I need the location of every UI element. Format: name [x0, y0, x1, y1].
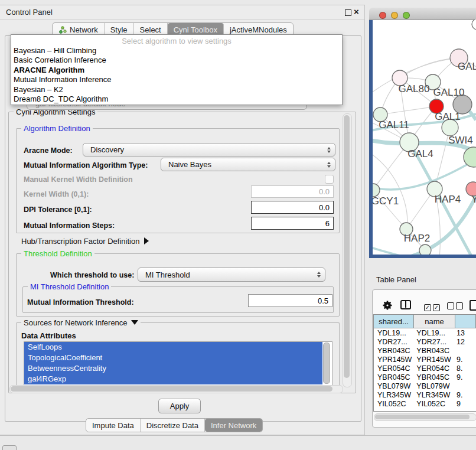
select-all-checkboxes-icon[interactable]: ✓✓ [424, 301, 442, 312]
document-icon[interactable] [470, 300, 476, 311]
algorithm-option[interactable]: Bayesian – Hill Climbing [11, 46, 342, 56]
which-threshold-value: MI Threshold [145, 270, 190, 279]
data-attribute-item[interactable]: gal4RGexp [24, 374, 322, 384]
network-edge [373, 159, 476, 190]
table-row[interactable]: YIL052CYIL052C9 [374, 399, 476, 408]
minimize-traffic-light[interactable] [391, 12, 398, 19]
manual-kernel-label: Manual Kernel Width Definition [24, 175, 133, 184]
kernel-width-label: Kernel Width (0,1): [24, 190, 89, 198]
column-header[interactable] [455, 315, 476, 328]
expand-right-icon [144, 237, 149, 244]
node-table: shared...name YDL19...YDL19...13YDR27...… [373, 314, 476, 412]
network-node-label: Y [471, 194, 476, 205]
table-row[interactable]: YBR043CYBR043C [374, 346, 476, 355]
collapse-down-icon [131, 320, 138, 325]
combo-stepper-icon [327, 162, 331, 168]
network-window-titlebar[interactable] [369, 8, 476, 20]
table-cell: YLR345W [414, 391, 455, 399]
table-cell: 9. [455, 391, 476, 399]
table-cell: YBR045C [414, 373, 455, 381]
control-panel-titlebar[interactable]: Control Panel × [0, 5, 364, 20]
network-node-label: GAL80 [399, 83, 430, 94]
hub-section-toggle[interactable]: Hub/Transcription Factor Definition [21, 237, 149, 246]
network-node-label: GAL11 [379, 119, 409, 131]
table-row[interactable]: YLR345WYLR345W9. [374, 390, 476, 399]
algorithm-option-list: Bayesian – Hill ClimbingBasic Correlatio… [11, 46, 342, 104]
table-row[interactable]: YBR045CYBR045C9. [374, 373, 476, 381]
settings-vertical-scrollbar[interactable] [344, 115, 350, 378]
tab-infer-network[interactable]: Infer Network [205, 419, 262, 432]
collapsed-panel-icon[interactable] [2, 445, 17, 450]
algorithm-option[interactable]: Dream8 DC_TDC Algorithm [11, 94, 342, 104]
mi-steps-field[interactable]: 6 [251, 217, 334, 230]
table-cell: YBL079W [414, 382, 455, 390]
column-header[interactable]: name [414, 315, 455, 328]
aracne-mode-label: Aracne Mode: [24, 146, 73, 155]
table-cell: YIL052C [374, 400, 414, 408]
maximize-icon[interactable] [345, 9, 351, 16]
tab-discretize-data[interactable]: Discretize Data [141, 419, 205, 432]
mi-threshold-title: MI Threshold Definition [28, 282, 111, 291]
table-row[interactable]: YBL079WYBL079W [374, 381, 476, 390]
mi-threshold-field[interactable]: 0.5 [248, 294, 332, 307]
table-row[interactable]: YDR27...YDR27...12 [374, 337, 476, 346]
app-canvas: Control Panel × NetworkStyleSelectCyni T… [0, 0, 476, 450]
column-header[interactable]: shared... [374, 315, 414, 328]
attributes-list-scrollbar[interactable] [323, 343, 330, 384]
tab-impute-data[interactable]: Impute Data [86, 419, 141, 432]
data-attribute-item[interactable]: BetweennessCentrality [24, 363, 322, 374]
algorithm-placeholder: Select algorithm to view settings [11, 36, 342, 46]
algorithm-option[interactable]: ARACNE Algorithm [11, 66, 342, 75]
table-cell: YBL079W [374, 382, 414, 390]
algorithm-option[interactable]: Basic Correlation Inference [11, 56, 342, 65]
table-cell: YDR27... [414, 338, 455, 346]
network-edge [380, 106, 436, 115]
table-horizontal-scrollbar[interactable] [375, 415, 470, 419]
table-row[interactable]: YER054CYER054C8. [374, 364, 476, 373]
data-attribute-item[interactable]: TopologicalCoefficient [24, 353, 322, 363]
algorithm-option[interactable]: Mutual Information Inference [11, 75, 342, 84]
kernel-width-field[interactable]: 0.0 [251, 185, 334, 198]
sources-title-toggle[interactable]: Sources for Network Inference [21, 318, 141, 327]
table-cell: YBR045C [374, 373, 414, 381]
which-threshold-label: Which threshold to use: [50, 271, 134, 279]
network-node[interactable] [472, 19, 476, 30]
table-cell: YPR145W [414, 356, 455, 364]
table-row[interactable]: YPR145WYPR145W9. [374, 355, 476, 364]
combo-stepper-icon [317, 272, 321, 278]
which-threshold-combobox[interactable]: MI Threshold [138, 268, 325, 282]
close-traffic-light[interactable] [379, 12, 386, 19]
data-attribute-item[interactable]: SelfLoops [24, 342, 322, 353]
deselect-all-checkboxes-icon[interactable] [447, 301, 465, 312]
mi-type-combobox[interactable]: Naive Bayes [161, 158, 335, 171]
network-node-label: HAP2 [404, 233, 430, 244]
table-cell: 8. [455, 364, 476, 373]
mi-type-value: Naive Bayes [168, 160, 211, 169]
gear-icon[interactable] [382, 300, 393, 311]
network-node-label: GAL1 [435, 111, 460, 122]
mi-steps-label: Mutual Information Steps: [24, 221, 115, 230]
table-cell: YLR345W [374, 391, 414, 399]
close-icon[interactable]: × [354, 6, 359, 17]
algorithm-option[interactable]: Bayesian – K2 [11, 85, 342, 94]
network-node-gcy1[interactable] [373, 184, 380, 197]
table-cell: 9. [455, 373, 476, 381]
table-cell: YDL19... [374, 329, 414, 337]
network-node[interactable] [419, 244, 431, 255]
network-node-label: HAP4 [435, 194, 461, 205]
divider [0, 435, 476, 436]
zoom-traffic-light[interactable] [403, 12, 410, 19]
table-row[interactable]: YDL19...YDL19...13 [374, 328, 476, 337]
dpi-tolerance-field[interactable]: 0.0 [251, 201, 334, 214]
split-columns-icon[interactable] [400, 300, 411, 309]
table-cell: YBR043C [374, 347, 414, 355]
manual-kernel-checkbox[interactable] [325, 175, 334, 184]
table-cell: 12 [455, 338, 476, 346]
network-node[interactable] [464, 147, 476, 167]
network-node-label: GCY1 [373, 195, 399, 207]
data-attributes-list[interactable]: SelfLoopsTopologicalCoefficientBetweenne… [24, 341, 332, 389]
apply-button[interactable]: Apply [158, 399, 201, 413]
settings-horizontal-scrollbar[interactable] [11, 386, 332, 392]
aracne-mode-combobox[interactable]: Discovery [83, 143, 335, 156]
threshold-definition-title: Threshold Definition [21, 249, 94, 258]
